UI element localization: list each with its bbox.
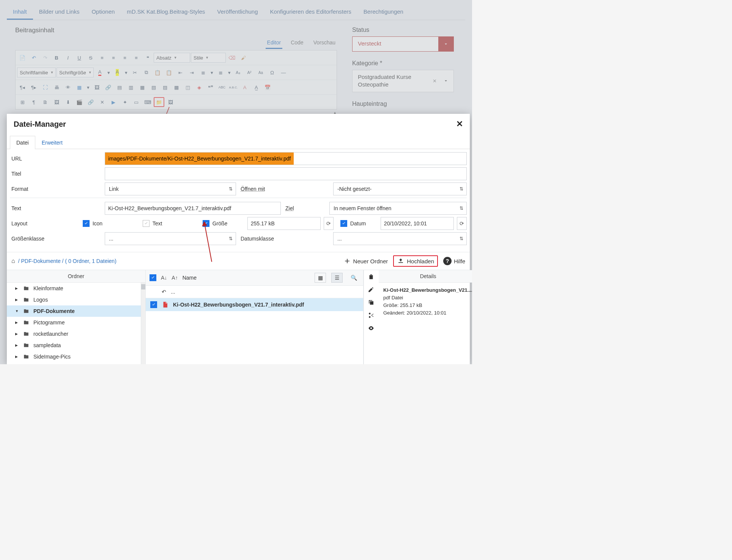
list-bullet-dd-icon[interactable]: ▾ bbox=[227, 68, 232, 77]
quote-icon[interactable]: ❝ bbox=[142, 53, 153, 63]
grid-view-icon[interactable]: ▦ bbox=[315, 273, 326, 283]
undo-icon[interactable]: ↶ bbox=[28, 53, 39, 63]
copy-icon[interactable]: ⧉ bbox=[141, 68, 151, 77]
docx-icon[interactable]: 🗎 bbox=[40, 97, 50, 107]
groessenklasse-select[interactable]: ...⇅ bbox=[105, 232, 236, 245]
file-row[interactable]: Ki-Ost-H22_Bewerbungsbogen_V21.7_interak… bbox=[146, 298, 363, 311]
font2-icon[interactable]: A̲ bbox=[251, 82, 261, 92]
widget4-icon[interactable]: ▨ bbox=[160, 82, 170, 92]
widget1-icon[interactable]: ▥ bbox=[126, 82, 136, 92]
tab-veroeffentlichung[interactable]: Veröffentlichung bbox=[211, 5, 264, 20]
up-folder-row[interactable]: ↶ ... bbox=[146, 286, 363, 298]
kategorie-select[interactable]: Postgraduated Kurse Osteopathie ✕ bbox=[352, 70, 454, 92]
widget2-icon[interactable]: ▦ bbox=[137, 82, 148, 92]
sub-icon[interactable]: A₂ bbox=[233, 68, 243, 77]
url-input[interactable]: images/PDF-Dokumente/Ki-Ost-H22_Bewerbun… bbox=[105, 153, 294, 165]
hr-icon[interactable]: — bbox=[278, 68, 289, 77]
bgcolor-dd-icon[interactable]: ▾ bbox=[123, 68, 129, 77]
editor-tab-code[interactable]: Code bbox=[289, 37, 305, 49]
fontsize-select[interactable]: Schriftgröße▼ bbox=[57, 68, 94, 77]
tab-mdsk-styles[interactable]: mD.SK Kat.Blog.Beitrag-Styles bbox=[121, 5, 211, 20]
chevron-down-icon[interactable] bbox=[438, 37, 453, 51]
widget5-icon[interactable]: ▩ bbox=[171, 82, 182, 92]
tab-optionen[interactable]: Optionen bbox=[85, 5, 121, 20]
textcolor-icon[interactable]: A bbox=[94, 68, 105, 77]
indent-icon[interactable]: ⇥ bbox=[186, 68, 197, 77]
search-icon[interactable]: 🔍 bbox=[348, 273, 359, 283]
flash-icon[interactable]: ✦ bbox=[120, 97, 130, 107]
breadcrumb-folder[interactable]: PDF-Dokumente bbox=[21, 258, 60, 264]
datum-input[interactable] bbox=[381, 217, 454, 230]
list-num-dd-icon[interactable]: ▾ bbox=[209, 68, 214, 77]
list-view-icon[interactable]: ☰ bbox=[331, 273, 343, 283]
titel-input[interactable] bbox=[105, 167, 467, 180]
new-doc-icon[interactable]: 📄 bbox=[17, 53, 28, 63]
pilcrow-icon[interactable]: ¶ bbox=[28, 97, 39, 107]
source-icon[interactable]: ⌨ bbox=[142, 97, 153, 107]
paragraph-select[interactable]: Absatz▼ bbox=[154, 53, 190, 63]
image2-icon[interactable]: 🖼 bbox=[51, 97, 62, 107]
edit-icon[interactable] bbox=[368, 286, 375, 293]
datumsklasse-select[interactable]: ...⇅ bbox=[333, 232, 467, 245]
align-left-icon[interactable]: ≡ bbox=[97, 53, 107, 63]
folder-item[interactable]: ▶sampledata bbox=[7, 340, 145, 351]
media-icon[interactable]: ▶ bbox=[108, 97, 119, 107]
delete-icon[interactable] bbox=[368, 273, 375, 280]
close-icon[interactable]: ✕ bbox=[456, 119, 463, 129]
status-select[interactable]: Versteckt bbox=[352, 36, 454, 52]
widget3-icon[interactable]: ▧ bbox=[148, 82, 159, 92]
underline-icon[interactable]: U bbox=[74, 53, 85, 63]
home-icon[interactable]: ⌂ bbox=[11, 258, 15, 264]
textcolor-dd-icon[interactable]: ▾ bbox=[106, 68, 111, 77]
link-icon[interactable]: 🔗 bbox=[85, 97, 96, 107]
fm-tab-erweitert[interactable]: Erweitert bbox=[35, 136, 69, 149]
tab-berechtigungen[interactable]: Berechtigungen bbox=[357, 5, 409, 20]
calendar-icon[interactable]: 📅 bbox=[262, 82, 273, 92]
abc2-icon[interactable]: A.B.C. bbox=[228, 82, 239, 92]
editor-tab-editor[interactable]: Editor bbox=[266, 37, 283, 49]
text-input[interactable] bbox=[105, 202, 281, 215]
datum-checkbox[interactable] bbox=[340, 220, 347, 227]
char-icon[interactable]: Ω bbox=[267, 68, 277, 77]
view-icon[interactable] bbox=[368, 325, 375, 332]
insert-link-icon[interactable]: 🔗 bbox=[103, 82, 113, 92]
align-center-icon[interactable]: ≡ bbox=[108, 53, 119, 63]
iframe-icon[interactable]: ▭ bbox=[131, 97, 142, 107]
paste-icon[interactable]: 📋 bbox=[152, 68, 163, 77]
text-checkbox[interactable] bbox=[143, 220, 150, 227]
template-icon[interactable]: ▤ bbox=[114, 82, 125, 92]
format-select[interactable]: Link⇅ bbox=[105, 182, 236, 195]
italic-icon[interactable]: I bbox=[63, 53, 73, 63]
outdent-icon[interactable]: ⇤ bbox=[175, 68, 186, 77]
fontfamily-select[interactable]: Schriftfamilie▼ bbox=[17, 68, 56, 77]
tab-inhalt[interactable]: Inhalt bbox=[7, 5, 33, 20]
folder-item[interactable]: ▶Pictogramme bbox=[7, 317, 145, 328]
refresh-size-icon[interactable]: ⟳ bbox=[324, 217, 334, 230]
hochladen-button[interactable]: Hochladen bbox=[393, 255, 438, 267]
sort-desc-icon[interactable]: A↑ bbox=[172, 275, 178, 281]
list-bullet-icon[interactable]: ≣ bbox=[215, 68, 226, 77]
tab-bilder-links[interactable]: Bilder und Links bbox=[33, 5, 86, 20]
scrollbar[interactable] bbox=[141, 283, 145, 364]
download-icon[interactable]: ⬇ bbox=[63, 97, 73, 107]
folder-item[interactable]: ▶Logos bbox=[7, 294, 145, 305]
bgcolor-icon[interactable]: A bbox=[112, 68, 123, 77]
icon-checkbox[interactable] bbox=[83, 220, 90, 227]
editor-tab-preview[interactable]: Vorschau bbox=[312, 37, 337, 49]
pilcrow-left-icon[interactable]: ¶◂ bbox=[17, 82, 28, 92]
sup-icon[interactable]: A² bbox=[244, 68, 255, 77]
folder-item[interactable]: ▶rocketlauncher bbox=[7, 328, 145, 340]
chevron-down-icon[interactable] bbox=[438, 70, 453, 92]
file-checkbox[interactable] bbox=[150, 301, 157, 308]
tab-konfigurieren[interactable]: Konfigurieren des Editorfensters bbox=[264, 5, 357, 20]
selectall-checkbox[interactable] bbox=[150, 274, 156, 281]
refresh-date-icon[interactable]: ⟳ bbox=[457, 217, 467, 230]
bold-icon[interactable]: B bbox=[51, 53, 62, 63]
pilcrow-right-icon[interactable]: ¶▸ bbox=[28, 82, 39, 92]
sort-asc-icon[interactable]: A↓ bbox=[161, 275, 167, 281]
font-icon[interactable]: A bbox=[239, 82, 250, 92]
hilfe-button[interactable]: ? Hilfe bbox=[443, 257, 465, 265]
paste-text-icon[interactable]: 📋 bbox=[164, 68, 174, 77]
folder-item[interactable]: ▶SideImage-Pics bbox=[7, 351, 145, 362]
preview-icon[interactable]: 👁 bbox=[63, 82, 73, 92]
